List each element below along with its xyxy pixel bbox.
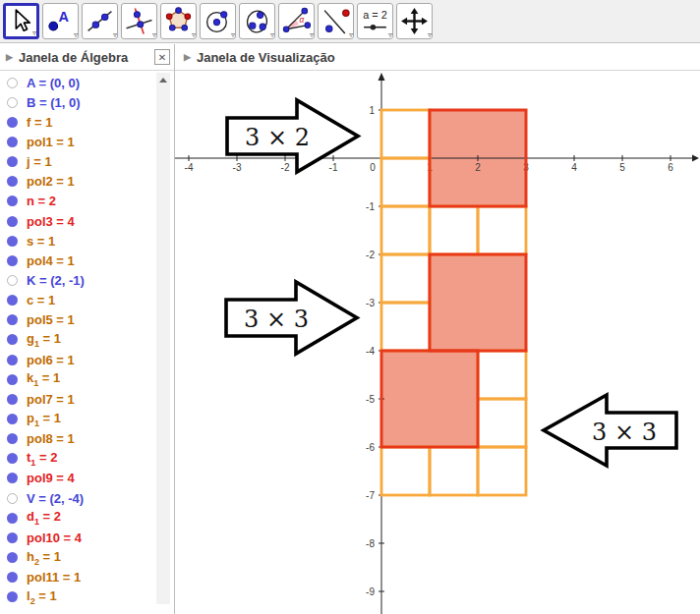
collapse-triangle-icon[interactable]: ▶ <box>184 52 191 62</box>
tool-dropdown-icon[interactable]: ▿ <box>192 31 196 39</box>
tool-slider[interactable]: a = 2 ▿ <box>357 3 393 39</box>
visibility-toggle[interactable] <box>7 591 18 602</box>
close-icon[interactable]: ✕ <box>154 49 170 65</box>
red-rectangle-fill[interactable] <box>381 351 478 447</box>
grid-cell[interactable] <box>478 206 526 254</box>
algebra-item[interactable]: j = 1 <box>0 152 155 172</box>
algebra-item[interactable]: pol7 = 1 <box>0 389 155 409</box>
algebra-item[interactable]: pol8 = 1 <box>0 429 155 449</box>
scroll-up-icon[interactable] <box>156 73 170 86</box>
visibility-toggle[interactable] <box>7 97 18 108</box>
algebra-item[interactable]: n = 2 <box>0 192 155 211</box>
tool-perpendicular-line[interactable]: ▿ <box>121 3 157 39</box>
x-axis-arrowhead <box>692 155 699 162</box>
algebra-item[interactable]: t1 = 2 <box>0 449 155 469</box>
algebra-item[interactable]: A = (0, 0) <box>0 73 155 92</box>
tool-dropdown-icon[interactable]: ▿ <box>32 29 36 37</box>
tool-dropdown-icon[interactable]: ▿ <box>349 31 353 39</box>
tool-dropdown-icon[interactable]: ▿ <box>231 31 235 39</box>
visibility-toggle[interactable] <box>7 334 18 345</box>
collapse-triangle-icon[interactable]: ▶ <box>6 52 13 62</box>
visibility-toggle[interactable] <box>7 255 18 266</box>
algebra-item[interactable]: B = (1, 0) <box>0 92 155 112</box>
algebra-item[interactable]: h2 = 1 <box>0 547 155 567</box>
red-rectangle-fill[interactable] <box>430 254 526 351</box>
grid-cell[interactable] <box>478 447 526 495</box>
algebra-item[interactable]: p1 = 1 <box>0 409 155 428</box>
tool-circle[interactable]: ▿ <box>200 3 236 39</box>
algebra-item[interactable]: s = 1 <box>0 231 155 251</box>
tool-move-select[interactable]: ▿ <box>3 3 39 39</box>
algebra-item[interactable]: g1 = 1 <box>0 330 155 350</box>
visibility-toggle[interactable] <box>7 433 18 444</box>
visibility-toggle[interactable] <box>7 314 18 325</box>
tool-dropdown-icon[interactable]: ▿ <box>152 31 156 39</box>
visibility-toggle[interactable] <box>7 156 18 167</box>
grid-cell[interactable] <box>381 110 430 158</box>
grid-cell[interactable] <box>381 447 430 495</box>
tool-dropdown-icon[interactable]: ▿ <box>74 31 78 39</box>
visibility-toggle[interactable] <box>7 394 18 405</box>
tool-dropdown-icon[interactable]: ▿ <box>388 31 392 39</box>
visibility-toggle[interactable] <box>7 295 18 306</box>
visibility-toggle[interactable] <box>7 78 18 88</box>
algebra-item[interactable]: c = 1 <box>0 291 155 310</box>
tool-point[interactable]: A ▿ <box>42 3 79 39</box>
visibility-toggle[interactable] <box>7 453 18 464</box>
visibility-toggle[interactable] <box>7 532 18 543</box>
tool-dropdown-icon[interactable]: ▿ <box>310 31 314 39</box>
tool-line[interactable]: ▿ <box>82 3 118 39</box>
algebra-item[interactable]: d1 = 2 <box>0 508 155 528</box>
tool-dropdown-icon[interactable]: ▿ <box>113 31 117 39</box>
tool-dropdown-icon[interactable]: ▿ <box>270 31 274 39</box>
grid-cell[interactable] <box>430 206 478 254</box>
algebra-item[interactable]: pol2 = 1 <box>0 172 155 192</box>
scrollbar[interactable] <box>156 73 170 604</box>
visibility-toggle[interactable] <box>7 355 18 365</box>
grid-cell[interactable] <box>381 206 430 254</box>
block-arrow-label: 3 × 2 <box>245 124 310 151</box>
grid-cell[interactable] <box>381 158 430 206</box>
algebra-item[interactable]: pol11 = 1 <box>0 568 155 587</box>
tool-tangent-line[interactable]: ▿ <box>318 3 354 39</box>
algebra-item[interactable]: pol9 = 4 <box>0 469 155 488</box>
algebra-item[interactable]: pol6 = 1 <box>0 350 155 369</box>
tool-conic[interactable]: ▿ <box>239 3 275 39</box>
visibility-toggle[interactable] <box>7 216 18 227</box>
tool-dropdown-icon[interactable]: ▿ <box>428 31 432 39</box>
algebra-item[interactable]: pol3 = 4 <box>0 211 155 231</box>
visibility-toggle[interactable] <box>7 275 18 286</box>
visibility-toggle[interactable] <box>7 493 18 504</box>
visibility-toggle[interactable] <box>7 137 18 147</box>
visibility-toggle[interactable] <box>7 374 18 385</box>
tool-polygon[interactable]: ▿ <box>160 3 197 39</box>
algebra-item[interactable]: pol10 = 4 <box>0 528 155 547</box>
visibility-toggle[interactable] <box>7 117 18 128</box>
visibility-toggle[interactable] <box>7 414 18 424</box>
tool-move-graphics-view[interactable]: ▿ <box>396 3 433 39</box>
visibility-toggle[interactable] <box>7 236 18 247</box>
algebra-item[interactable]: pol5 = 1 <box>0 310 155 330</box>
visibility-toggle[interactable] <box>7 513 18 524</box>
grid-cell[interactable] <box>430 447 478 495</box>
visibility-toggle[interactable] <box>7 572 18 583</box>
algebra-item[interactable]: K = (2, -1) <box>0 270 155 290</box>
algebra-item[interactable]: pol4 = 1 <box>0 251 155 270</box>
algebra-item[interactable]: pol1 = 1 <box>0 132 155 151</box>
algebra-item-label: g1 = 1 <box>27 331 61 349</box>
visibility-toggle[interactable] <box>7 176 18 187</box>
graphics-canvas[interactable]: -4-3-2-101234561-1-2-3-4-5-6-7-8-93 × 23… <box>175 71 700 614</box>
grid-cell[interactable] <box>381 254 430 303</box>
grid-cell[interactable] <box>478 399 526 447</box>
visibility-toggle[interactable] <box>7 552 18 563</box>
algebra-item[interactable]: f = 1 <box>0 112 155 132</box>
grid-cell[interactable] <box>381 303 430 351</box>
visibility-toggle[interactable] <box>7 195 18 206</box>
grid-cell[interactable] <box>478 351 526 399</box>
visibility-toggle[interactable] <box>7 473 18 483</box>
perpendicular-line-icon <box>125 7 153 35</box>
algebra-item[interactable]: V = (2, -4) <box>0 488 155 508</box>
algebra-item[interactable]: l2 = 1 <box>0 587 155 607</box>
algebra-item[interactable]: k1 = 1 <box>0 369 155 389</box>
tool-angle[interactable]: α ▿ <box>278 3 315 39</box>
